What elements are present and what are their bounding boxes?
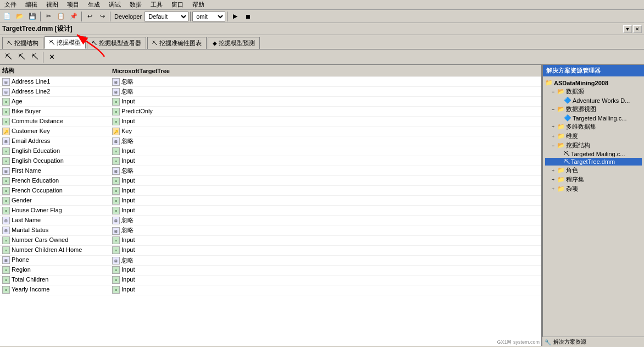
tree-item-3[interactable]: 🔷Targeted Mailing.c... [545,114,642,122]
tab-mining-model[interactable]: ⛏ 挖掘模型 [45,36,86,49]
table-row[interactable]: ⊞Marital Status⊠忽略 [0,225,541,235]
row-type-4: ≡Input [110,117,541,126]
table-row[interactable]: ⊞Email Address⊠忽略 [0,136,541,146]
row-type-3: ≡PredictOnly [110,107,541,117]
table-row[interactable]: ⊞Last Name⊠忽略 [0,216,541,225]
row-name-1: ⊞Address Line2 [0,87,110,97]
row-name-19: ≡Region [0,265,110,275]
tab-model-icon: ⛏ [49,40,55,46]
table-row[interactable]: ≡Number Children At Home≡Input [0,245,541,255]
table-row[interactable]: ⊞Address Line2⊠忽略 [0,87,541,97]
menu-help[interactable]: 帮助 [190,0,207,9]
row-name-15: ⊞Marital Status [0,225,110,235]
tree-item-7[interactable]: ⛏Targeted Mailing.c... [545,150,642,158]
menu-edit[interactable]: 编辑 [23,0,40,9]
toolbar-btn-cut[interactable]: ✂ [42,11,54,22]
row-type-2: ≡Input [110,97,541,107]
solution-explorer-bottom: 🔧 解决方案资源 [542,337,644,346]
table-row[interactable]: ≡English Occupation≡Input [0,156,541,166]
row-name-21: ≡Yearly Income [0,285,110,295]
table-row[interactable]: ≡Commute Distance≡Input [0,117,541,126]
row-name-18: ⊞Phone [0,255,110,265]
tree-item-6[interactable]: −📂挖掘结构 [545,141,642,150]
table-row[interactable]: ≡Bike Buyer≡PredictOnly [0,107,541,117]
table-row[interactable]: ≡English Education≡Input [0,146,541,156]
row-name-4: ≡Commute Distance [0,117,110,126]
table-row[interactable]: ≡Number Cars Owned≡Input [0,235,541,245]
collapse-btn[interactable]: ▼ [623,25,632,33]
tab-mining-viewer[interactable]: ⛏ 挖掘模型查看器 [87,37,146,49]
toolbar-delete-btn[interactable]: ✕ [46,51,58,63]
solution-explorer-bottom-text: 解决方案资源 [553,338,586,346]
menu-data[interactable]: 数据 [127,0,144,9]
close-btn[interactable]: ✕ [633,25,642,33]
tree-item-5[interactable]: +📁维度 [545,131,642,141]
table-row[interactable]: ≡Total Children≡Input [0,275,541,285]
table-row[interactable]: ≡Yearly Income≡Input [0,285,541,295]
toolbar-process-btn[interactable]: ⛏ [29,51,41,63]
row-type-11: ≡Input [110,186,541,196]
mining-toolbar: ⛏ ⛏ ⛏ ✕ [0,49,644,65]
tree-item-11[interactable]: +📁杂项 [545,184,642,194]
table-row[interactable]: ⊞First Name⊠忽略 [0,166,541,176]
tree-item-1[interactable]: 🔷Adventure Works D... [545,96,642,104]
tab-mining-structure[interactable]: ⛏ 挖掘结构 [2,37,43,49]
omit-dropdown[interactable]: omit [192,12,225,21]
sep2 [81,12,82,21]
menu-project[interactable]: 项目 [65,0,81,9]
tree-item-4[interactable]: +📁多维数据集 [545,122,642,131]
tab-model-label: 挖掘模型 [57,38,81,47]
row-name-9: ⊞First Name [0,166,110,176]
tab-viewer-icon: ⛏ [92,40,97,46]
menu-tools[interactable]: 工具 [148,0,165,9]
table-row[interactable]: ≡Region≡Input [0,265,541,275]
tree-root[interactable]: 📁ASDataMining2008 [545,79,642,87]
tab-mining-accuracy[interactable]: ⛏ 挖掘准确性图表 [147,37,207,49]
menu-window[interactable]: 窗口 [169,0,186,9]
toolbar-btn-open[interactable]: 📂 [14,11,26,22]
row-name-0: ⊞Address Line1 [0,77,110,87]
toolbar-btn-deploy[interactable]: ▶ [229,11,241,22]
toolbar-btn-stop[interactable]: ⏹ [242,11,254,22]
main-layout: 结构 MicrosoftTargetTree ⊞Address Line1⊠忽略… [0,65,644,346]
title-bar-controls: ▼ ✕ [623,25,642,33]
tab-mining-prediction[interactable]: ◆ 挖掘模型预测 [208,37,260,49]
row-name-10: ≡French Education [0,176,110,186]
row-type-20: ≡Input [110,275,541,285]
config-dropdown[interactable]: Default [145,12,188,21]
tree-item-10[interactable]: +📁程序集 [545,175,642,184]
toolbar-btn-copy[interactable]: 📋 [55,11,67,22]
menu-file[interactable]: 文件 [2,0,19,9]
table-row[interactable]: ≡House Owner Flag≡Input [0,206,541,216]
tree-item-0[interactable]: −📂数据源 [545,87,642,96]
toolbar-btn-paste[interactable]: 📌 [68,11,80,22]
tree-item-8[interactable]: ⛏TargetTree.dmm [545,158,642,166]
menu-view[interactable]: 视图 [44,0,60,9]
tree-item-2[interactable]: −📂数据源视图 [545,104,642,114]
toolbar-btn-new[interactable]: 📄 [1,11,13,22]
toolbar-btn-redo[interactable]: ↪ [96,11,108,22]
table-row[interactable]: ≡French Occupation≡Input [0,186,541,196]
table-row[interactable]: ⊞Address Line1⊠忽略 [0,77,541,87]
dropdown-label-developer: Developer [112,13,144,20]
toolbar-add-btn[interactable]: ⛏ [2,51,14,63]
solution-explorer-bottom-label: 🔧 [545,339,551,345]
table-row[interactable]: ≡French Education≡Input [0,176,541,186]
toolbar-edit-btn[interactable]: ⛏ [15,51,27,63]
table-row[interactable]: ≡Age≡Input [0,97,541,107]
row-type-10: ≡Input [110,176,541,186]
table-row[interactable]: ≡Gender≡Input [0,196,541,206]
tree-item-9[interactable]: +📁角色 [545,166,642,175]
menu-debug[interactable]: 调试 [107,0,123,9]
toolbar-btn-save[interactable]: 💾 [26,11,38,22]
row-type-9: ⊠忽略 [110,166,541,176]
table-row[interactable]: 🔑Customer Key🔑Key [0,126,541,136]
row-type-8: ≡Input [110,156,541,166]
left-panel: 结构 MicrosoftTargetTree ⊞Address Line1⊠忽略… [0,65,542,346]
toolbar-btn-undo[interactable]: ↩ [84,11,96,22]
table-row[interactable]: ⊞Phone⊠忽略 [0,255,541,265]
row-name-8: ≡English Occupation [0,156,110,166]
mining-table: 结构 MicrosoftTargetTree ⊞Address Line1⊠忽略… [0,65,541,295]
menu-build[interactable]: 生成 [86,0,102,9]
tab-structure-label: 挖掘结构 [14,39,38,47]
